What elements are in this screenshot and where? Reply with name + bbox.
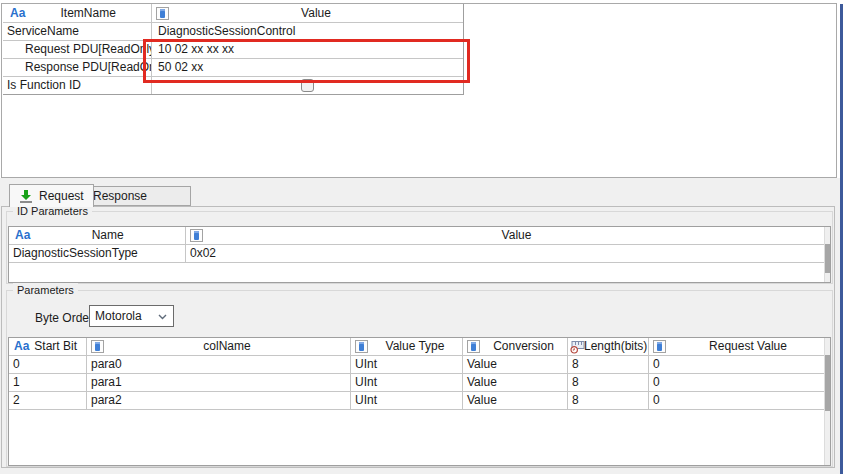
start-bit-header-cell: Aa Start Bit: [9, 338, 87, 355]
download-icon: [19, 189, 33, 203]
id-parameter-row: DiagnosticSessionType 0x02: [9, 245, 830, 263]
number-icon: [467, 340, 480, 353]
text-column-icon: Aa: [14, 338, 29, 355]
name-header: Name: [30, 227, 185, 244]
value-header-cell: Value: [186, 227, 830, 244]
col-name-header: colName: [104, 338, 350, 355]
request-response-pane: Request Response ID Parameters Aa Name: [0, 178, 840, 474]
parameters-group-label: Parameters: [13, 283, 78, 297]
start-bit-cell: 1: [9, 374, 87, 391]
text-column-icon: Aa: [15, 227, 30, 244]
text-column-icon: Aa: [10, 5, 25, 22]
byte-order-value: Motorola: [95, 309, 142, 323]
table-row: ServiceName DiagnosticSessionControl: [3, 22, 463, 40]
table-header-row: Aa ItemName Value: [3, 4, 463, 22]
request-pdu-label: Request PDU[ReadOnly]: [3, 41, 152, 58]
grid-header-row: Aa Start Bit colName Value Type Conversi…: [9, 338, 830, 356]
service-name-value[interactable]: DiagnosticSessionControl: [152, 23, 463, 40]
scrollbar-thumb[interactable]: [825, 244, 830, 273]
parameter-value-cell[interactable]: 0x02: [186, 245, 830, 262]
conversion-cell[interactable]: Value: [463, 356, 568, 373]
response-pdu-label: Response PDU[ReadOnly]: [3, 59, 152, 76]
byte-order-label: Byte Order: [35, 311, 93, 325]
ruler-clock-icon: [570, 340, 585, 354]
number-icon: [190, 229, 203, 242]
value-type-header-cell: Value Type: [351, 338, 463, 355]
item-name-header: ItemName: [25, 5, 151, 22]
start-bit-header: Start Bit: [34, 338, 77, 355]
service-properties-table: Aa ItemName Value ServiceName Diagnostic…: [3, 4, 464, 95]
id-parameters-groupbox: ID Parameters Aa Name Value DiagnosticSe…: [6, 211, 833, 284]
length-bits-cell[interactable]: 8: [568, 356, 649, 373]
table-row: Is Function ID: [3, 76, 463, 94]
byte-order-dropdown[interactable]: Motorola: [89, 305, 174, 327]
is-function-id-label: Is Function ID: [3, 77, 152, 94]
parameter-row: 0 para0 UInt Value 8 0: [9, 356, 830, 374]
request-pdu-value: 10 02 xx xx xx: [152, 41, 463, 58]
request-value-header: Request Value: [666, 338, 830, 355]
length-bits-header: Length(bits): [584, 338, 647, 355]
grid-header-row: Aa Name Value: [9, 227, 830, 245]
chevron-down-icon: [158, 314, 167, 320]
parameter-row: 2 para2 UInt Value 8 0: [9, 392, 830, 410]
value-header: Value: [203, 227, 830, 244]
number-icon: [653, 340, 666, 353]
length-bits-header-cell: Length(bits): [568, 338, 649, 355]
value-type-cell[interactable]: UInt: [351, 374, 463, 391]
parameter-row: 1 para1 UInt Value 8 0: [9, 374, 830, 392]
is-function-id-checkbox[interactable]: [301, 79, 314, 92]
number-icon: [91, 340, 104, 353]
parameters-scrollbar[interactable]: [824, 338, 830, 465]
request-value-cell[interactable]: 0: [649, 374, 830, 391]
service-name-label: ServiceName: [3, 23, 152, 40]
conversion-header-cell: Conversion: [463, 338, 568, 355]
tab-response-label: Response: [93, 189, 147, 203]
col-name-header-cell: colName: [87, 338, 351, 355]
number-icon: [355, 340, 368, 353]
request-value-header-cell: Request Value: [649, 338, 830, 355]
value-header: Value: [169, 5, 463, 22]
value-type-header: Value Type: [368, 338, 462, 355]
value-type-cell[interactable]: UInt: [351, 356, 463, 373]
scrollbar-thumb[interactable]: [825, 355, 830, 411]
col-name-cell[interactable]: para0: [87, 356, 351, 373]
tab-request-label: Request: [39, 189, 84, 203]
conversion-header: Conversion: [480, 338, 567, 355]
length-bits-cell[interactable]: 8: [568, 374, 649, 391]
table-row: Response PDU[ReadOnly] 50 02 xx: [3, 58, 463, 76]
item-name-header-cell: Aa ItemName: [3, 4, 152, 22]
start-bit-cell: 0: [9, 356, 87, 373]
col-name-cell[interactable]: para1: [87, 374, 351, 391]
tab-request[interactable]: Request: [9, 184, 94, 207]
id-parameters-scrollbar[interactable]: [824, 227, 830, 282]
number-icon: [156, 7, 169, 20]
conversion-cell[interactable]: Value: [463, 392, 568, 409]
service-properties-pane: Aa ItemName Value ServiceName Diagnostic…: [1, 3, 837, 178]
id-parameters-grid: Aa Name Value DiagnosticSessionType 0x02: [8, 226, 831, 283]
table-row: Request PDU[ReadOnly] 10 02 xx xx xx: [3, 40, 463, 58]
name-header-cell: Aa Name: [9, 227, 186, 244]
parameter-name-cell: DiagnosticSessionType: [9, 245, 186, 262]
start-bit-cell: 2: [9, 392, 87, 409]
is-function-id-cell: [152, 77, 463, 94]
parameters-grid: Aa Start Bit colName Value Type Conversi…: [8, 337, 831, 466]
value-header-cell: Value: [152, 4, 463, 22]
length-bits-cell[interactable]: 8: [568, 392, 649, 409]
request-value-cell[interactable]: 0: [649, 356, 830, 373]
diagnostic-service-editor-window: Aa ItemName Value ServiceName Diagnostic…: [0, 0, 843, 474]
value-type-cell[interactable]: UInt: [351, 392, 463, 409]
request-value-cell[interactable]: 0: [649, 392, 830, 409]
conversion-cell[interactable]: Value: [463, 374, 568, 391]
response-pdu-value: 50 02 xx: [152, 59, 463, 76]
parameters-groupbox: Parameters Byte Order Motorola Aa Start …: [6, 290, 833, 467]
col-name-cell[interactable]: para2: [87, 392, 351, 409]
